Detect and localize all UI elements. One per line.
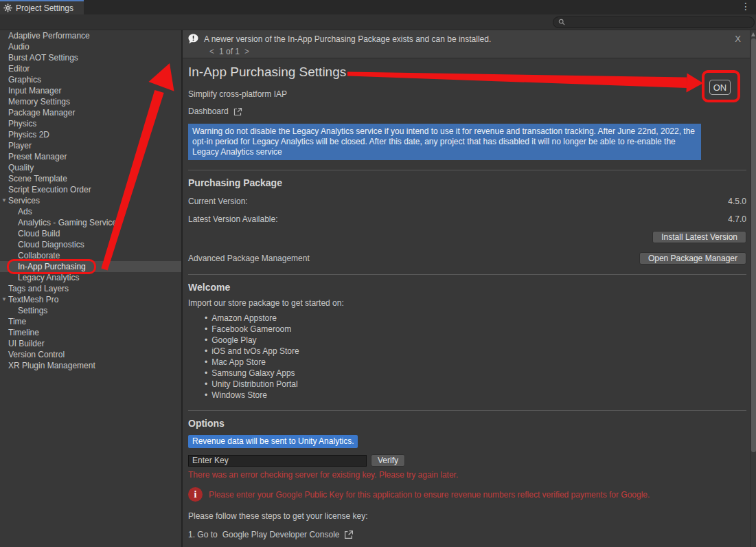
verify-button[interactable]: Verify [371, 454, 405, 467]
main-panel: A newer version of the In-App Purchasing… [183, 30, 756, 547]
sidebar-item[interactable]: ▼ Editor [0, 63, 181, 74]
close-icon[interactable]: X [735, 34, 741, 44]
sidebar-item-label: Package Manager [8, 108, 75, 118]
sidebar-item[interactable]: ▼ Quality [0, 162, 181, 173]
sidebar-item-label: Settings [18, 306, 47, 315]
install-latest-version-button[interactable]: Install Latest Version [652, 231, 746, 243]
sidebar-item[interactable]: ▼ Time [0, 316, 181, 327]
error-info-icon: i [188, 487, 203, 502]
sidebar-item[interactable]: ▼ Tags and Layers [0, 283, 181, 294]
sidebar-item-label: Preset Manager [8, 152, 67, 161]
sidebar-item[interactable]: ▼ Timeline [0, 327, 181, 338]
iap-on-toggle[interactable]: ON [709, 80, 731, 95]
sidebar-item[interactable]: ▼ Scene Template [0, 173, 181, 184]
options-heading: Options [188, 418, 746, 429]
kebab-menu-icon[interactable]: ⋮ [735, 0, 756, 14]
welcome-intro: Import our store package to get started … [188, 298, 746, 308]
sidebar-item[interactable]: ▼ Graphics [0, 74, 181, 85]
sidebar-item[interactable]: ▼ Collaborate [0, 250, 181, 261]
pager-prev-icon[interactable]: < [209, 47, 214, 56]
sidebar-item-label: XR Plugin Management [8, 361, 95, 370]
scroll-up-icon[interactable] [751, 32, 755, 36]
sidebar-item[interactable]: ▼ Cloud Diagnostics [0, 239, 181, 250]
purchasing-package-heading: Purchasing Package [188, 177, 746, 188]
vertical-scrollbar[interactable] [750, 30, 756, 547]
sidebar-item[interactable]: ▼ Physics 2D [0, 129, 181, 140]
dashboard-link[interactable]: Dashboard [188, 107, 746, 116]
sidebar-item-label: Burst AOT Settings [8, 53, 78, 63]
pager-label: 1 of 1 [219, 47, 240, 56]
sidebar-item[interactable]: ▼ Ads [0, 206, 181, 217]
notice-pager: < 1 of 1 > [209, 47, 751, 56]
sidebar-item[interactable]: ▼ Script Execution Order [0, 184, 181, 195]
tab-project-settings[interactable]: Project Settings [0, 0, 84, 14]
body: ▼ Adaptive Performance ▼ Audio ▼ Burst A… [0, 30, 756, 547]
sidebar-item[interactable]: ▼ Audio [0, 41, 181, 52]
sidebar-item[interactable]: ▼ Services [0, 195, 181, 206]
divider [188, 274, 746, 275]
sidebar-item[interactable]: ▼ Cloud Build [0, 228, 181, 239]
sidebar-item[interactable]: ▼ Settings [0, 305, 181, 316]
sidebar-item[interactable]: ▼ Legacy Analytics [0, 272, 181, 283]
sidebar-item[interactable]: ▼ XR Plugin Management [0, 360, 181, 371]
store-list-item: Mac App Store [205, 357, 746, 368]
search-box[interactable] [553, 16, 755, 28]
version-row: Latest Version Available: 4.7.0 [188, 214, 746, 224]
external-link-icon [344, 530, 354, 539]
sidebar-item[interactable]: ▼ Preset Manager [0, 151, 181, 162]
step-1: 1. Go to Google Play Developer Console [188, 530, 746, 539]
sidebar-item[interactable]: ▼ Version Control [0, 349, 181, 360]
sidebar-item-label: Legacy Analytics [18, 273, 79, 282]
gear-icon [3, 3, 12, 12]
sidebar-item[interactable]: ▼ Input Manager [0, 85, 181, 96]
advanced-package-management-label: Advanced Package Management [188, 254, 310, 263]
open-package-manager-button[interactable]: Open Package Manager [639, 252, 746, 265]
google-play-console-link[interactable]: Google Play Developer Console [222, 530, 340, 539]
subtitle: Simplify cross-platform IAP [188, 89, 746, 99]
sidebar-item-label: Tags and Layers [8, 284, 69, 293]
sidebar-item[interactable]: ▼ Adaptive Performance [0, 30, 181, 41]
sidebar-item-label: Graphics [8, 75, 41, 85]
dashboard-label: Dashboard [188, 107, 229, 116]
pager-next-icon[interactable]: > [244, 47, 249, 56]
version-row-value: 4.5.0 [728, 197, 746, 206]
sidebar-item[interactable]: ▼ TextMesh Pro [0, 294, 181, 305]
search-icon [558, 19, 565, 25]
store-list-item: iOS and tvOs App Store [205, 346, 746, 357]
key-input[interactable] [188, 455, 367, 467]
toolbar [0, 14, 756, 30]
page-title: In-App Purchasing Settings [188, 65, 746, 80]
version-rows: Current Version: 4.5.0 Latest Version Av… [188, 197, 746, 224]
version-row-label: Latest Version Available: [188, 214, 278, 224]
scrollbar-thumb[interactable] [751, 38, 756, 452]
store-list: Amazon Appstore Facebook Gameroom Google… [205, 313, 746, 401]
store-list-item: Google Play [205, 335, 746, 346]
sidebar-item-label: Analytics - Gaming Services [18, 218, 121, 227]
foldout-icon[interactable]: ▼ [1, 294, 7, 305]
search-input[interactable] [569, 18, 749, 26]
sidebar-item-label: TextMesh Pro [8, 295, 58, 304]
sidebar-item-label: Player [8, 141, 32, 150]
sidebar-item[interactable]: ▼ Package Manager [0, 107, 181, 118]
sidebar-item-label: Input Manager [8, 86, 61, 96]
version-row: Current Version: 4.5.0 [188, 197, 746, 206]
sidebar-item[interactable]: ▼ Analytics - Gaming Services [0, 217, 181, 228]
sidebar-item[interactable]: ▼ In-App Purchasing [0, 261, 181, 272]
version-row-label: Current Version: [188, 197, 248, 206]
sidebar-item[interactable]: ▼ Physics [0, 118, 181, 129]
sidebar-item[interactable]: ▼ Memory Settings [0, 96, 181, 107]
sidebar-item-label: Ads [18, 207, 32, 216]
sidebar-item-label: Physics 2D [8, 130, 49, 139]
divider [188, 170, 746, 170]
sidebar-item[interactable]: ▼ Player [0, 140, 181, 151]
sidebar-item[interactable]: ▼ UI Builder [0, 338, 181, 349]
tab-bar: Project Settings ⋮ [0, 0, 756, 14]
foldout-icon[interactable]: ▼ [1, 195, 7, 206]
alert-bubble-icon [188, 34, 198, 44]
sidebar-item[interactable]: ▼ Burst AOT Settings [0, 52, 181, 63]
sidebar-item-label: Version Control [8, 350, 65, 359]
sidebar-item-label: UI Builder [8, 339, 45, 348]
google-key-error-text: Please enter your Google Public Key for … [209, 490, 650, 500]
sidebar-item-label: Time [8, 317, 26, 326]
settings-content: In-App Purchasing Settings Simplify cros… [183, 65, 756, 547]
